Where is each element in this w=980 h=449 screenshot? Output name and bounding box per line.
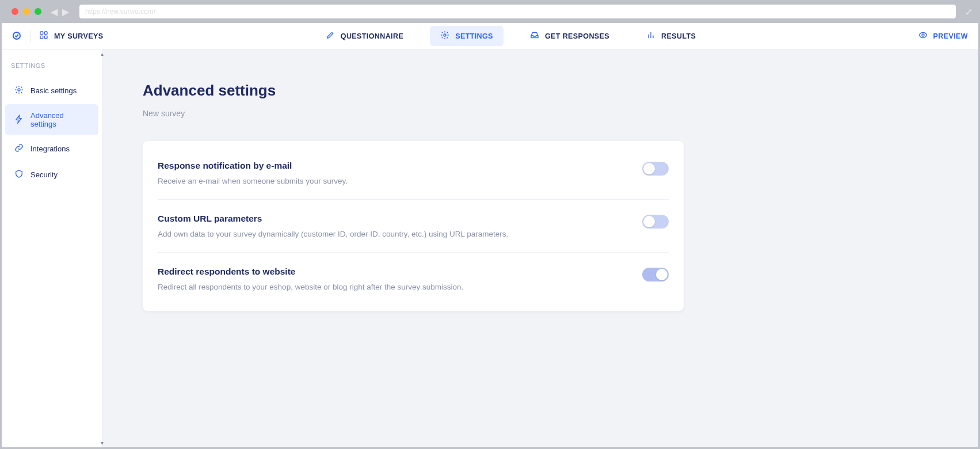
toggle-url-params[interactable] — [642, 215, 669, 229]
sidebar-scrollbar[interactable]: ▴ ▾ — [98, 50, 105, 447]
sidebar-section-label: SETTINGS — [2, 50, 102, 77]
bolt-icon — [14, 115, 24, 125]
app: MY SURVEYS QUESTIONNAIRE SETTINGS — [2, 23, 978, 447]
svg-point-7 — [18, 89, 20, 91]
scroll-up-icon[interactable]: ▴ — [101, 51, 104, 57]
content: Advanced settings New survey Response no… — [102, 50, 978, 447]
setting-title: Custom URL parameters — [158, 214, 508, 224]
tab-get-responses[interactable]: GET RESPONSES — [520, 26, 620, 46]
eye-icon — [918, 31, 928, 41]
topbar-tabs: QUESTIONNAIRE SETTINGS GET RESPONSES — [104, 26, 918, 46]
window-maximize-button[interactable] — [35, 8, 41, 15]
svg-rect-4 — [44, 36, 47, 39]
body: ▴ ▾ SETTINGS Basic settings Advanced set… — [2, 50, 978, 447]
setting-title: Redirect respondents to website — [158, 267, 463, 277]
setting-desc: Add own data to your survey dynamically … — [158, 230, 508, 238]
sidebar-item-label: Basic settings — [30, 86, 77, 95]
browser-back-icon[interactable]: ◀ — [51, 6, 58, 17]
my-surveys-label: MY SURVEYS — [54, 32, 104, 40]
svg-rect-2 — [44, 32, 47, 35]
setting-text: Response notification by e-mail Receive … — [158, 161, 348, 185]
browser-expand-icon[interactable]: ⤢ — [962, 6, 975, 17]
inbox-icon — [530, 31, 539, 41]
setting-row-url-params: Custom URL parameters Add own data to yo… — [158, 200, 669, 253]
tab-questionnaire-label: QUESTIONNAIRE — [341, 32, 403, 40]
browser-url-bar[interactable]: https://new.survio.com/ — [79, 5, 956, 18]
toggle-knob — [643, 163, 655, 174]
browser-nav: ◀ ▶ — [51, 6, 69, 17]
sidebar-item-security[interactable]: Security — [5, 162, 98, 187]
toggle-knob — [643, 216, 655, 227]
topbar: MY SURVEYS QUESTIONNAIRE SETTINGS — [2, 23, 978, 50]
window-minimize-button[interactable] — [23, 8, 30, 15]
gear-icon — [440, 31, 449, 41]
bars-icon — [646, 31, 655, 41]
tab-settings[interactable]: SETTINGS — [430, 26, 504, 46]
window-close-button[interactable] — [12, 8, 18, 15]
scroll-down-icon[interactable]: ▾ — [101, 440, 104, 446]
page-subtitle: New survey — [143, 109, 938, 118]
sidebar-item-label: Integrations — [30, 144, 70, 153]
app-logo-icon[interactable] — [12, 31, 22, 41]
setting-row-email-notification: Response notification by e-mail Receive … — [158, 147, 669, 200]
topbar-left: MY SURVEYS — [12, 30, 104, 43]
traffic-lights — [12, 8, 41, 15]
svg-rect-3 — [40, 36, 43, 39]
gear-icon — [14, 85, 24, 96]
link-icon — [14, 143, 24, 154]
browser-forward-icon[interactable]: ▶ — [62, 6, 69, 17]
tab-get-responses-label: GET RESPONSES — [545, 32, 609, 40]
tab-results[interactable]: RESULTS — [636, 26, 706, 46]
pencil-icon — [326, 31, 335, 41]
setting-text: Custom URL parameters Add own data to yo… — [158, 214, 508, 238]
sidebar-item-integrations[interactable]: Integrations — [5, 136, 98, 161]
sidebar: ▴ ▾ SETTINGS Basic settings Advanced set… — [2, 50, 102, 447]
grid-icon — [39, 31, 48, 41]
browser-url-text: https://new.survio.com/ — [85, 7, 155, 16]
setting-desc: Redirect all respondents to your eshop, … — [158, 283, 463, 291]
shield-icon — [14, 169, 24, 180]
setting-text: Redirect respondents to website Redirect… — [158, 267, 463, 291]
page-title: Advanced settings — [143, 82, 938, 100]
setting-title: Response notification by e-mail — [158, 161, 348, 171]
browser-chrome: ◀ ▶ https://new.survio.com/ ⤢ — [0, 0, 980, 23]
sidebar-item-label: Advanced settings — [30, 111, 89, 128]
sidebar-item-advanced-settings[interactable]: Advanced settings — [5, 104, 98, 135]
toggle-knob — [656, 269, 668, 280]
svg-point-6 — [922, 34, 924, 36]
preview-label: PREVIEW — [933, 32, 968, 40]
divider — [30, 30, 31, 43]
preview-button[interactable]: PREVIEW — [918, 31, 968, 41]
toggle-redirect[interactable] — [642, 268, 669, 281]
tab-settings-label: SETTINGS — [455, 32, 493, 40]
setting-desc: Receive an e-mail when someone submits y… — [158, 177, 348, 185]
my-surveys-link[interactable]: MY SURVEYS — [39, 31, 104, 41]
sidebar-item-label: Security — [30, 170, 58, 179]
toggle-email-notification[interactable] — [642, 162, 669, 176]
settings-card: Response notification by e-mail Receive … — [143, 141, 684, 311]
svg-rect-1 — [40, 32, 43, 35]
tab-questionnaire[interactable]: QUESTIONNAIRE — [315, 26, 414, 46]
setting-row-redirect: Redirect respondents to website Redirect… — [158, 253, 669, 305]
svg-point-5 — [444, 34, 446, 36]
tab-results-label: RESULTS — [661, 32, 696, 40]
sidebar-item-basic-settings[interactable]: Basic settings — [5, 78, 98, 103]
